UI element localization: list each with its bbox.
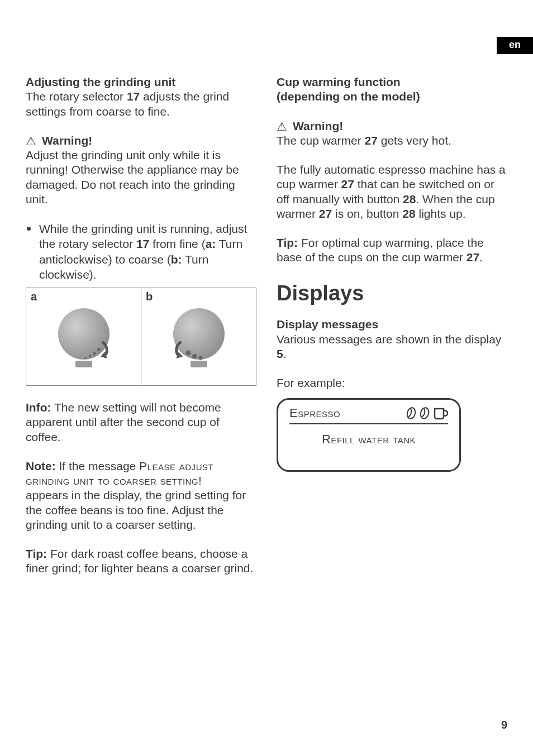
svg-point-1 xyxy=(58,308,110,360)
text: . xyxy=(283,347,287,360)
ref-28: 28 xyxy=(403,193,416,205)
text: is on, button xyxy=(332,207,402,220)
tip-label: Tip: xyxy=(277,236,298,249)
svg-marker-2 xyxy=(100,351,109,360)
text: gets very hot. xyxy=(378,134,451,147)
svg-point-12 xyxy=(198,356,202,360)
svg-point-3 xyxy=(97,348,101,351)
text: appears in the display, the grind settin… xyxy=(26,489,246,531)
text: The cup warmer xyxy=(277,134,365,147)
text: The new setting will not become apparent… xyxy=(26,401,221,443)
lcd-title: Espresso xyxy=(289,406,340,420)
svg-point-10 xyxy=(185,351,191,356)
for-example: For example: xyxy=(277,376,507,390)
tip-paragraph: Tip: For optimal cup warming, place the … xyxy=(277,236,507,265)
note-paragraph: Note: If the message Please adjust grind… xyxy=(26,459,256,532)
lcd-icons xyxy=(406,405,448,421)
ref-27: 27 xyxy=(467,251,479,264)
warning-body: The cup warmer 27 gets very hot. xyxy=(277,133,507,148)
svg-point-8 xyxy=(173,308,225,360)
grinding-intro: The rotary selector 17 adjusts the grind… xyxy=(26,89,256,119)
warning-icon: ⚠ xyxy=(26,135,36,147)
text: Various messages are shown in the displa… xyxy=(277,333,501,346)
ref-27: 27 xyxy=(319,207,332,220)
heading-cupwarm: Cup warming function (depending on the m… xyxy=(277,75,507,104)
svg-point-4 xyxy=(93,352,96,355)
cup-icon xyxy=(432,405,448,421)
right-column: Cup warming function (depending on the m… xyxy=(277,75,507,576)
heading-display-messages: Display messages xyxy=(277,317,507,332)
display-messages-body: Various messages are shown in the displa… xyxy=(277,332,507,362)
text: (depending on the model) xyxy=(277,90,420,103)
text: For optimal cup warming, place the base … xyxy=(277,236,484,264)
text: . xyxy=(479,251,483,264)
lcd-message: Refill water tank xyxy=(289,424,448,457)
figure-a: a xyxy=(26,288,141,385)
warning-body: Adjust the grinding unit only while it i… xyxy=(26,148,256,207)
text: The rotary selector xyxy=(26,90,127,103)
dial-a-icon xyxy=(53,300,115,373)
left-column: Adjusting the grinding unit The rotary s… xyxy=(26,75,256,576)
info-label: Info: xyxy=(26,401,51,414)
svg-point-6 xyxy=(84,357,87,359)
warning-label: Warning! xyxy=(42,133,92,148)
heading-grinding: Adjusting the grinding unit xyxy=(26,75,256,89)
figure-b-label: b xyxy=(146,290,153,303)
svg-point-5 xyxy=(88,355,91,357)
ref-5: 5 xyxy=(277,347,283,360)
svg-rect-7 xyxy=(191,361,207,367)
tip-label: Tip: xyxy=(26,547,47,560)
display-msg-inline: Please adjust xyxy=(139,460,213,472)
warning-row: ⚠ Warning! xyxy=(26,133,256,148)
page-content: Adjusting the grinding unit The rotary s… xyxy=(26,75,507,576)
ref-17: 17 xyxy=(136,237,149,250)
figure-a-label: a xyxy=(31,290,37,303)
text: Cup warming function xyxy=(277,75,401,88)
text: For dark roast coffee beans, choose a fi… xyxy=(26,547,253,575)
tip-paragraph: Tip: For dark roast coffee beans, choose… xyxy=(26,547,256,576)
text: lights up. xyxy=(416,207,466,220)
bullet-list: While the grinding unit is running, adju… xyxy=(26,221,256,282)
display-msg-inline: grinding unit to coarser setting! xyxy=(26,474,202,487)
ref-a: a: xyxy=(206,237,216,250)
ref-28: 28 xyxy=(402,207,415,220)
list-item: While the grinding unit is running, adju… xyxy=(26,221,256,282)
ref-27: 27 xyxy=(341,178,354,190)
language-tab: en xyxy=(497,37,533,54)
ref-17: 17 xyxy=(127,90,140,103)
bean-icon xyxy=(419,406,430,420)
warning-row: ⚠ Warning! xyxy=(277,119,507,133)
figure-b: b xyxy=(141,288,256,385)
dial-b-icon xyxy=(168,300,230,373)
svg-rect-0 xyxy=(75,361,92,367)
ref-b: b: xyxy=(171,253,182,266)
page-number: 9 xyxy=(501,719,507,731)
lcd-display: Espresso Refill water tan xyxy=(277,398,461,472)
note-label: Note: xyxy=(26,460,56,472)
ref-27: 27 xyxy=(365,134,378,147)
figure-row: a xyxy=(26,288,256,386)
heading-displays: Displays xyxy=(277,282,507,305)
bean-icon xyxy=(406,406,417,420)
warning-label: Warning! xyxy=(293,119,343,133)
text: from fine ( xyxy=(149,237,205,250)
lcd-top-row: Espresso xyxy=(289,405,448,424)
text: If the message xyxy=(56,460,139,472)
warning-icon: ⚠ xyxy=(277,121,287,132)
info-paragraph: Info: The new setting will not become ap… xyxy=(26,400,256,444)
cupwarm-body: The fully automatic espresso machine has… xyxy=(277,162,507,221)
svg-point-11 xyxy=(192,354,197,358)
